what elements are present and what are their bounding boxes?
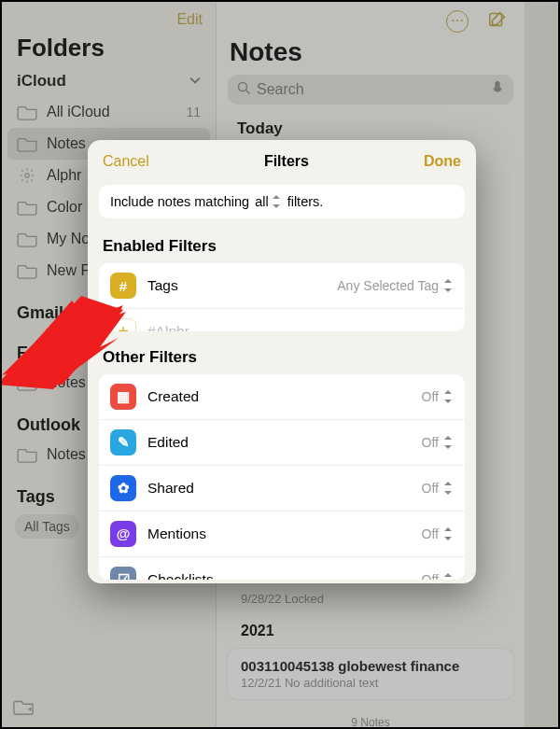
filter-label: Shared [147, 480, 422, 497]
shared-icon: ✿ [110, 475, 136, 501]
enabled-filters-card: # Tags Any Selected Tag + #Alphr [99, 263, 465, 331]
updown-icon [444, 573, 454, 580]
filter-label: Created [147, 388, 422, 405]
match-mode-value: all [255, 194, 269, 209]
cancel-button[interactable]: Cancel [103, 153, 149, 170]
modal-title: Filters [264, 153, 309, 170]
checklist-icon: ☑ [110, 567, 136, 580]
add-tag-row[interactable]: + #Alphr [99, 308, 465, 331]
match-mode-select[interactable]: all [255, 194, 282, 209]
filter-value: Off [422, 526, 439, 541]
calendar-icon: ▦ [110, 384, 136, 410]
add-tag-placeholder: #Alphr [147, 323, 454, 331]
enabled-filters-title: Enabled Filters [88, 224, 476, 259]
other-filters-card: ▦ Created Off ✎ Edited Off ✿ Shared Off … [99, 374, 465, 580]
filter-label: Mentions [147, 526, 422, 542]
hash-icon: # [110, 273, 136, 299]
filter-edited[interactable]: ✎ Edited Off [99, 419, 465, 465]
filter-value: Off [422, 435, 439, 450]
updown-icon [444, 527, 454, 540]
filter-shared[interactable]: ✿ Shared Off [99, 465, 465, 511]
filter-mentions[interactable]: @ Mentions Off [99, 511, 465, 556]
match-suffix: filters. [287, 194, 324, 209]
filter-label: Checklists [147, 571, 422, 580]
filter-value: Off [422, 481, 439, 496]
filter-checklists[interactable]: ☑ Checklists Off [99, 556, 465, 580]
filter-label: Tags [147, 277, 337, 294]
updown-icon [444, 482, 454, 495]
at-icon: @ [110, 521, 136, 547]
filter-created[interactable]: ▦ Created Off [99, 374, 465, 419]
pencil-icon: ✎ [110, 429, 136, 456]
filters-modal: Cancel Filters Done Include notes matchi… [88, 140, 476, 583]
filter-value: Off [422, 389, 439, 404]
filter-value: Off [422, 572, 439, 580]
match-prefix: Include notes matching [110, 194, 249, 209]
match-mode-row[interactable]: Include notes matching all filters. [99, 185, 465, 218]
filter-label: Edited [147, 434, 422, 451]
updown-icon [444, 390, 454, 403]
filter-value: Any Selected Tag [337, 278, 439, 293]
filter-tags[interactable]: # Tags Any Selected Tag [99, 263, 465, 308]
plus-icon: + [110, 318, 136, 331]
other-filters-title: Other Filters [88, 335, 476, 371]
updown-icon [444, 436, 454, 449]
updown-icon [273, 195, 282, 208]
updown-icon [444, 279, 454, 292]
done-button[interactable]: Done [424, 153, 461, 170]
